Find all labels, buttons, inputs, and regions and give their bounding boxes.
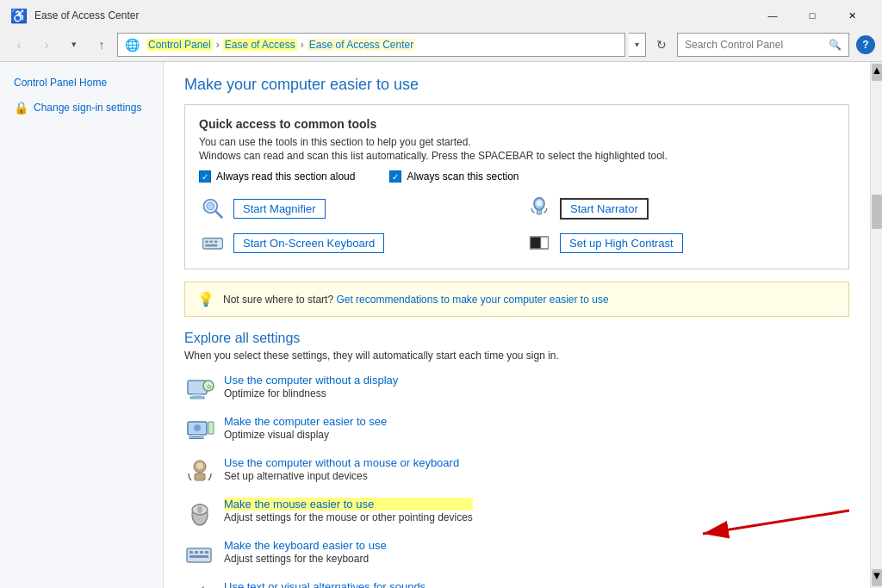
sidebar: Control Panel Home 🔒 Change sign-in sett…: [0, 62, 164, 588]
keyboard-icon: [199, 229, 227, 257]
checkbox-scan-icon: ✓: [389, 170, 401, 183]
forward-button[interactable]: ›: [34, 33, 59, 57]
search-box[interactable]: 🔍: [677, 33, 849, 57]
address-field[interactable]: 🌐 Control Panel › Ease of Access › Ease …: [117, 33, 625, 57]
setting-content-no-display: Use the computer without a display Optim…: [224, 374, 398, 399]
mouse-link[interactable]: Make the mouse easier to use: [224, 498, 473, 511]
help-button[interactable]: ?: [856, 35, 875, 54]
recent-button[interactable]: ▾: [62, 33, 86, 57]
mouse-desc: Adjust settings for the mouse or other p…: [224, 511, 473, 523]
svg-rect-7: [205, 240, 208, 243]
svg-rect-11: [531, 237, 541, 249]
notsure-label: Not sure where to start?: [223, 294, 333, 306]
tool-item-keyboard: Start On-Screen Keyboard: [199, 229, 508, 257]
checkbox-scan[interactable]: ✓ Always scan this section: [389, 170, 519, 183]
contrast-button[interactable]: Set up High Contrast: [560, 233, 683, 253]
keyboard-button[interactable]: Start On-Screen Keyboard: [233, 233, 384, 253]
notsure-box: 💡 Not sure where to start? Get recommend…: [184, 282, 849, 317]
tool-item-contrast: Set up High Contrast: [525, 229, 835, 257]
address-dropdown[interactable]: ▾: [629, 33, 646, 57]
sidebar-item-home[interactable]: Control Panel Home: [0, 72, 163, 93]
svg-rect-9: [214, 240, 218, 243]
breadcrumb-current[interactable]: Ease of Access Center: [307, 39, 415, 51]
window-icon: ♿: [10, 8, 28, 24]
setting-content-easier-see: Make the computer easier to see Optimize…: [224, 415, 387, 441]
checkboxes-row: ✓ Always read this section aloud ✓ Alway…: [199, 170, 835, 183]
svg-text:☆: ☆: [206, 383, 213, 391]
explore-desc: When you select these settings, they wil…: [184, 350, 849, 362]
svg-point-4: [537, 200, 543, 206]
address-icon: 🌐: [125, 38, 140, 52]
setting-item-keyboard: Make the keyboard easier to use Adjust s…: [184, 539, 849, 570]
setting-item-sound: Use text or visual alternatives for soun…: [184, 580, 849, 588]
notsure-link[interactable]: Get recommendations to make your compute…: [336, 294, 608, 306]
tool-item-narrator: Start Narrator: [525, 195, 835, 222]
no-display-icon: ☆: [184, 374, 215, 405]
setting-item-no-mouse-keyboard: Use the computer without a mouse or keyb…: [184, 456, 849, 487]
magnifier-button[interactable]: Start Magnifier: [233, 199, 326, 219]
explore-section: Explore all settings When you select the…: [184, 331, 849, 588]
setting-item-mouse: Make the mouse easier to use Adjust sett…: [184, 498, 849, 529]
sidebar-item-signin[interactable]: 🔒 Change sign-in settings: [0, 96, 163, 119]
page-title: Make your computer easier to use: [184, 76, 849, 94]
setting-item-no-display: ☆ Use the computer without a display Opt…: [184, 374, 849, 405]
svg-point-20: [194, 424, 201, 431]
scroll-down-button[interactable]: ▼: [872, 569, 882, 586]
quick-access-desc1: You can use the tools in this section to…: [199, 136, 835, 148]
back-button[interactable]: ‹: [7, 33, 31, 57]
setting-content-sound: Use text or visual alternatives for soun…: [224, 580, 425, 588]
scroll-up-button[interactable]: ▲: [872, 64, 882, 81]
sidebar-signin-label: Change sign-in settings: [34, 102, 141, 114]
setting-content-no-mouse-keyboard: Use the computer without a mouse or keyb…: [224, 456, 459, 482]
close-button[interactable]: ✕: [832, 3, 872, 28]
svg-point-29: [197, 506, 202, 513]
svg-rect-8: [210, 240, 214, 243]
scrollbar[interactable]: ▲ ▼: [870, 62, 882, 588]
sidebar-signin-icon: 🔒: [14, 101, 28, 115]
sound-link[interactable]: Use text or visual alternatives for soun…: [224, 580, 425, 588]
window-controls: — □ ✕: [753, 3, 872, 28]
search-icon: 🔍: [829, 39, 842, 51]
maximize-button[interactable]: □: [792, 3, 832, 28]
sound-icon: [184, 580, 215, 588]
keyboard-link[interactable]: Make the keyboard easier to use: [224, 539, 387, 552]
quick-access-box: Quick access to common tools You can use…: [184, 104, 849, 269]
narrator-button[interactable]: Start Narrator: [560, 198, 649, 220]
breadcrumb-ease-of-access[interactable]: Ease of Access: [223, 39, 297, 51]
svg-line-2: [216, 212, 222, 218]
search-input[interactable]: [685, 39, 829, 51]
address-bar: ‹ › ▾ ↑ 🌐 Control Panel › Ease of Access…: [0, 28, 882, 62]
checkbox-read-aloud[interactable]: ✓ Always read this section aloud: [199, 170, 355, 183]
quick-access-title: Quick access to common tools: [199, 117, 835, 131]
svg-rect-36: [205, 551, 208, 554]
window-title: Ease of Access Center: [34, 9, 139, 22]
no-mouse-keyboard-link[interactable]: Use the computer without a mouse or keyb…: [224, 456, 459, 469]
easier-see-link[interactable]: Make the computer easier to see: [224, 415, 387, 428]
svg-rect-5: [537, 210, 541, 214]
scroll-thumb[interactable]: [872, 195, 882, 229]
lightbulb-icon: 💡: [197, 291, 214, 307]
checkbox-read-aloud-icon: ✓: [199, 170, 211, 183]
svg-rect-33: [189, 551, 193, 554]
setting-content-keyboard: Make the keyboard easier to use Adjust s…: [224, 539, 387, 565]
refresh-button[interactable]: ↻: [649, 33, 674, 57]
magnifier-icon: [199, 195, 227, 222]
minimize-button[interactable]: —: [753, 3, 792, 28]
narrator-icon: [525, 195, 553, 222]
svg-rect-10: [205, 244, 217, 247]
easier-see-icon: [184, 415, 215, 446]
no-display-link[interactable]: Use the computer without a display: [224, 374, 398, 387]
setting-item-easier-see: Make the computer easier to see Optimize…: [184, 415, 849, 446]
red-arrow: [686, 506, 858, 543]
svg-rect-6: [203, 238, 223, 249]
no-display-desc: Optimize for blindness: [224, 387, 326, 399]
breadcrumb-control-panel[interactable]: Control Panel: [146, 39, 213, 51]
svg-point-1: [207, 202, 214, 210]
content-area: Make your computer easier to use Quick a…: [164, 62, 870, 588]
easier-see-desc: Optimize visual display: [224, 429, 329, 441]
up-button[interactable]: ↑: [90, 33, 114, 57]
tool-item-magnifier: Start Magnifier: [199, 195, 508, 222]
notsure-text: Not sure where to start? Get recommendat…: [223, 294, 609, 306]
contrast-icon: [525, 229, 553, 257]
svg-rect-34: [195, 551, 198, 554]
